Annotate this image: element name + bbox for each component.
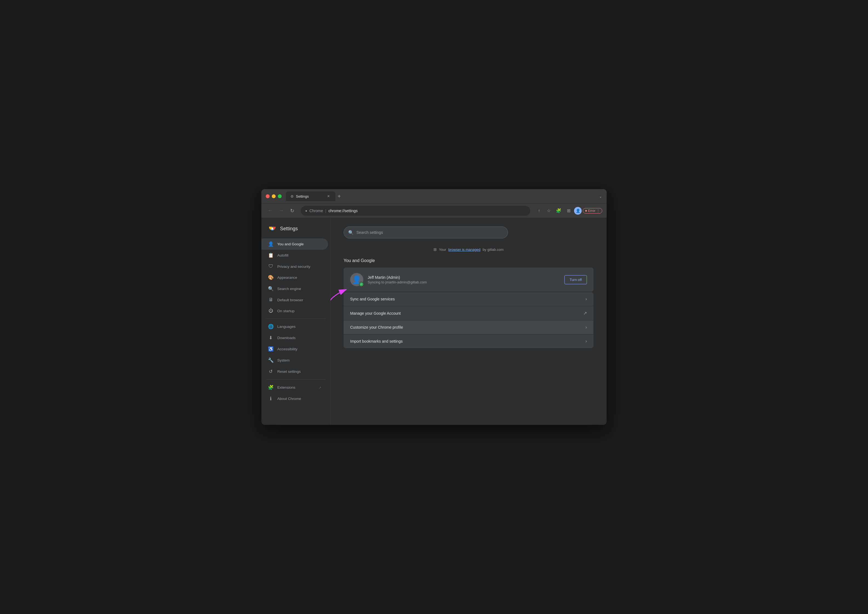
- sidebar-item-privacy-and-security[interactable]: 🛡 Privacy and security: [261, 261, 328, 272]
- settings-tab-icon: ⚙: [290, 194, 294, 199]
- window-controls: [266, 194, 282, 198]
- new-tab-button[interactable]: +: [335, 192, 343, 201]
- settings-tab-title: Settings: [296, 194, 309, 199]
- sidebar-item-about-chrome[interactable]: ℹ About Chrome: [261, 393, 328, 404]
- sidebar-item-label: About Chrome: [277, 396, 321, 401]
- manage-account-row[interactable]: Manage your Google Account ↗: [344, 306, 594, 320]
- profile-email: Syncing to jmartin-admin@gitlab.com: [368, 280, 560, 284]
- settings-rows-container: Sync and Google services › Manage your G…: [344, 292, 594, 348]
- sidebar-item-appearance[interactable]: 🎨 Appearance: [261, 272, 328, 283]
- system-icon: 🔧: [268, 358, 273, 363]
- globe-icon: 🌐: [268, 324, 273, 330]
- sync-row-text: Sync and Google services: [350, 297, 395, 301]
- error-badge[interactable]: Error ⋮: [583, 208, 602, 213]
- settings-tab[interactable]: ⚙ Settings ×: [286, 191, 335, 201]
- sidebar-item-label: Reset settings: [277, 370, 321, 374]
- search-bar-container: 🔍: [344, 226, 594, 238]
- sidebar-item-downloads[interactable]: ⬇ Downloads: [261, 332, 328, 344]
- search-bar[interactable]: 🔍: [344, 226, 508, 238]
- error-label: Error: [588, 209, 595, 213]
- managed-text-after: by gitlab.com: [482, 247, 504, 252]
- sidebar-item-extensions[interactable]: 🧩 Extensions ↗: [261, 382, 328, 393]
- sidebar-item-label: System: [277, 358, 321, 362]
- import-bookmarks-row[interactable]: Import bookmarks and settings ›: [344, 334, 594, 348]
- reset-icon: ↺: [268, 369, 273, 375]
- sidebar-item-label: Appearance: [277, 275, 321, 280]
- sidebar-item-autofill[interactable]: 📋 Autofill: [261, 250, 328, 261]
- appearance-icon: 🎨: [268, 275, 273, 280]
- sidebar-item-languages[interactable]: 🌐 Languages: [261, 321, 328, 332]
- tab-close-button[interactable]: ×: [326, 194, 331, 199]
- sidebar-item-label: Accessibility: [277, 347, 321, 351]
- forward-button[interactable]: →: [277, 207, 285, 215]
- you-and-google-section-title: You and Google: [344, 258, 594, 263]
- extensions-icon: 🧩: [268, 385, 273, 390]
- sidebar-item-default-browser[interactable]: 🖥 Default browser: [261, 294, 328, 305]
- sidebar-item-you-and-google[interactable]: 👤 You and Google: [261, 238, 328, 250]
- sidebar-item-label: Default browser: [277, 298, 321, 302]
- chevron-right-icon: ›: [586, 297, 587, 302]
- managed-icon: ⊞: [434, 247, 437, 252]
- maximize-button[interactable]: [278, 194, 282, 198]
- profile-avatar-nav[interactable]: 👤: [574, 207, 582, 215]
- tab-bar: ⚙ Settings × +: [286, 191, 599, 201]
- managed-link[interactable]: browser is managed: [448, 247, 480, 252]
- external-link-icon: ↗: [583, 311, 587, 316]
- download-icon: ⬇: [268, 335, 273, 341]
- sidebar-item-label: Languages: [277, 325, 321, 329]
- customize-profile-row-text: Customize your Chrome profile: [350, 325, 403, 330]
- search-input[interactable]: [356, 230, 503, 235]
- sidebar-logo: Settings: [261, 222, 330, 238]
- profile-name: Jeff Martin (Admin): [368, 275, 560, 280]
- secure-icon: ●: [305, 209, 307, 213]
- manage-account-row-text: Manage your Google Account: [350, 311, 401, 316]
- sidebar-item-system[interactable]: 🔧 System: [261, 355, 328, 366]
- sidebar-item-accessibility[interactable]: ♿ Accessibility: [261, 344, 328, 355]
- reload-button[interactable]: ↻: [288, 207, 296, 215]
- address-bar[interactable]: ● Chrome | chrome://settings: [301, 206, 530, 216]
- autofill-icon: 📋: [268, 252, 273, 258]
- chevron-down-icon[interactable]: ⌄: [599, 194, 602, 199]
- address-path: chrome://settings: [329, 208, 358, 213]
- nav-icons-right: ↑ ☆ 🧩 ⊞ 👤 Error ⋮: [535, 207, 602, 215]
- external-link-icon: ↗: [319, 385, 321, 390]
- profile-info: Jeff Martin (Admin) Syncing to jmartin-a…: [368, 275, 560, 284]
- sidebar-item-search-engine[interactable]: 🔍 Search engine: [261, 283, 328, 294]
- avatar-container: 👤 ✓: [350, 273, 363, 286]
- error-dot-icon: [585, 210, 587, 211]
- shield-icon: 🛡: [268, 264, 273, 269]
- sidebar-item-label: Search engine: [277, 287, 321, 291]
- sync-row[interactable]: Sync and Google services ›: [344, 292, 594, 306]
- sync-check-icon: ✓: [360, 283, 363, 286]
- search-icon: 🔍: [268, 286, 273, 292]
- accessibility-icon: ♿: [268, 346, 273, 352]
- customize-profile-row[interactable]: Customize your Chrome profile ›: [344, 320, 594, 334]
- turn-off-button[interactable]: Turn off: [564, 275, 587, 284]
- search-icon: 🔍: [348, 230, 354, 235]
- content-area: Settings 👤 You and Google 📋 Autofill 🛡 P…: [261, 218, 607, 425]
- sidebar-item-reset-settings[interactable]: ↺ Reset settings: [261, 366, 328, 377]
- sync-badge: ✓: [359, 282, 364, 287]
- sidebar-item-on-startup[interactable]: ⏻ On startup: [261, 305, 328, 316]
- error-menu-icon: ⋮: [597, 209, 600, 213]
- chevron-right-icon-2: ›: [586, 325, 587, 330]
- share-button[interactable]: ↑: [535, 207, 543, 215]
- managed-text-before: Your: [439, 247, 446, 252]
- address-separator: |: [325, 208, 326, 213]
- sidebar-item-label: You and Google: [277, 242, 321, 246]
- minimize-button[interactable]: [272, 194, 276, 198]
- close-button[interactable]: [266, 194, 270, 198]
- bookmark-button[interactable]: ☆: [544, 207, 553, 215]
- managed-banner: ⊞ Your browser is managed by gitlab.com: [344, 247, 594, 252]
- sidebar-item-label: Downloads: [277, 336, 321, 340]
- titlebar: ⚙ Settings × + ⌄: [261, 189, 607, 204]
- sidebar-toggle-button[interactable]: ⊞: [564, 207, 573, 215]
- extension-puzzle-icon[interactable]: 🧩: [554, 207, 563, 215]
- back-button[interactable]: ←: [266, 207, 274, 215]
- address-label: Chrome: [309, 208, 323, 213]
- sidebar-divider-2: [266, 379, 326, 380]
- sidebar-title: Settings: [280, 226, 298, 232]
- chrome-logo-icon: [268, 224, 277, 233]
- sidebar-item-label: Extensions: [277, 385, 315, 390]
- sidebar-item-label: On startup: [277, 309, 321, 313]
